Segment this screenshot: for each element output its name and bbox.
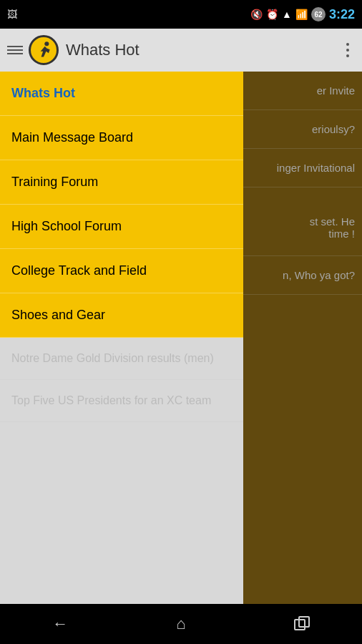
ham-line-1 (7, 46, 23, 47)
app-logo (29, 35, 59, 65)
home-button[interactable]: ⌂ (160, 610, 202, 638)
signal-icon: 📶 (295, 9, 308, 20)
recents-icon (294, 616, 310, 632)
bottom-bar: ← ⌂ (0, 604, 362, 644)
alarm-icon: ⏰ (266, 9, 278, 20)
nav-drawer: Whats Hot Main Message Board Training Fo… (0, 72, 243, 604)
nav-item-high-school-forum[interactable]: High School Forum (0, 205, 243, 249)
back-button[interactable]: ← (39, 610, 82, 638)
main-content: er Invite erioulsy? inger Invitational s… (0, 72, 362, 604)
recents-button[interactable] (280, 610, 323, 638)
nav-item-top-five: Top Five US Presidents for an XC team (0, 380, 243, 422)
dot-3 (346, 54, 349, 57)
wifi-icon: ▲ (282, 9, 292, 20)
nav-item-college-track[interactable]: College Track and Field (0, 249, 243, 293)
nav-item-training-forum[interactable]: Training Forum (0, 160, 243, 205)
ham-line-3 (7, 53, 23, 54)
overflow-menu-button[interactable] (341, 37, 355, 63)
nav-item-notre-dame: Notre Dame Gold Division results (men) (0, 338, 243, 380)
nav-item-main-message-board[interactable]: Main Message Board (0, 116, 243, 160)
hamburger-menu[interactable] (7, 46, 23, 54)
dot-2 (346, 49, 349, 52)
nav-item-whats-hot[interactable]: Whats Hot (0, 72, 243, 116)
app-bar: Whats Hot (0, 29, 362, 72)
image-icon: 🖼 (7, 9, 17, 20)
app-title: Whats Hot (66, 41, 341, 59)
status-time: 3:22 (329, 7, 355, 22)
ham-line-2 (7, 49, 23, 51)
drawer-overlay[interactable] (243, 72, 362, 604)
status-bar-left: 🖼 (7, 0, 17, 29)
mute-icon: 🔇 (250, 9, 263, 20)
dot-1 (346, 43, 349, 46)
status-icons: 🔇 ⏰ ▲ 📶 62 3:22 (250, 7, 355, 22)
battery-indicator: 62 (311, 7, 326, 21)
runner-icon (34, 41, 53, 59)
nav-item-shoes-gear[interactable]: Shoes and Gear (0, 293, 243, 338)
status-bar: 🖼 🔇 ⏰ ▲ 📶 62 3:22 (0, 0, 362, 29)
svg-point-0 (44, 42, 49, 46)
